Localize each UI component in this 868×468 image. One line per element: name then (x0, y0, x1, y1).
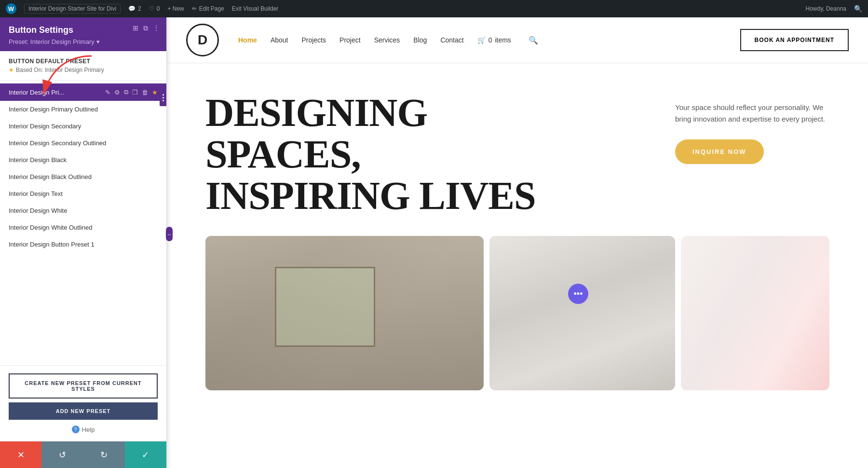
preset-item-label: Interior Design Black Outlined (9, 173, 158, 180)
help-link[interactable]: ? Help (9, 426, 158, 433)
hero-right: Your space should reflect your personali… (675, 92, 829, 217)
hero-description: Your space should reflect your personali… (675, 102, 829, 125)
header-actions: ⊞ ⧉ ⋮ (133, 24, 160, 32)
resize-handle[interactable]: ↔ (166, 227, 173, 241)
more-options-icon[interactable]: ⋮ (153, 24, 160, 32)
star-icon: ★ (9, 67, 14, 73)
cancel-icon: ✕ (17, 450, 25, 460)
preset-item-primary-outlined[interactable]: Interior Design Primary Outlined (0, 101, 166, 118)
cart-count: 0 (488, 36, 492, 44)
admin-bar-edit-page[interactable]: ✏ Edit Page (192, 5, 224, 12)
image-card-interior-1 (205, 236, 484, 390)
preset-item-white-outlined[interactable]: Interior Design White Outlined (0, 219, 166, 236)
sidebar-header: Button Settings Preset: Interior Design … (0, 17, 166, 51)
howdy-label: Howdy, Deanna (806, 5, 847, 12)
preset-edit-icon[interactable]: ✎ (105, 89, 110, 96)
preset-copy-icon[interactable]: ❐ (132, 89, 138, 96)
viewport-icon[interactable]: ⊞ (133, 24, 138, 32)
nav-link-blog[interactable]: Blog (413, 36, 427, 44)
floating-dots-icon: ••• (574, 289, 583, 299)
create-preset-button[interactable]: CREATE NEW PRESET FROM CURRENT STYLES (9, 373, 158, 399)
site-nav: D Home About Projects Project Services B… (167, 17, 868, 63)
book-appointment-button[interactable]: BOOK AN APPOINTMENT (740, 29, 849, 51)
admin-bar-exit-builder[interactable]: Exit Visual Builder (232, 5, 279, 12)
cart-items-label: items (495, 36, 511, 44)
nav-links: Home About Projects Project Services Blo… (238, 36, 726, 45)
nav-link-projects[interactable]: Projects (302, 36, 326, 44)
new-label: + New (167, 5, 184, 12)
preset-item-button-preset-1[interactable]: Interior Design Button Preset 1 (0, 236, 166, 253)
preset-item-label: Interior Design Pri... (9, 89, 105, 96)
admin-bar-new[interactable]: + New (167, 5, 184, 12)
preset-item-white[interactable]: Interior Design White (0, 202, 166, 219)
preset-item-black-outlined[interactable]: Interior Design Black Outlined (0, 168, 166, 185)
admin-bar: W Interior Design Starter Site for Divi … (0, 0, 868, 17)
preset-dropdown-icon: ▾ (96, 38, 100, 45)
admin-bar-comments[interactable]: 💬 2 (128, 5, 141, 12)
site-logo: D (186, 24, 219, 56)
preset-item-text[interactable]: Interior Design Text (0, 185, 166, 202)
panel-more-dots[interactable] (160, 89, 166, 106)
main-layout: Button Settings Preset: Interior Design … (0, 17, 868, 468)
interior-image-3 (681, 236, 829, 390)
nav-link-about[interactable]: About (271, 36, 288, 44)
exit-builder-label: Exit Visual Builder (232, 5, 279, 12)
nav-link-home[interactable]: Home (238, 36, 257, 44)
nav-link-contact[interactable]: Contact (440, 36, 463, 44)
image-grid (167, 236, 868, 390)
image-card-interior-2 (489, 236, 675, 390)
button-settings-panel: Button Settings Preset: Interior Design … (0, 17, 167, 468)
image-card-interior-3 (681, 236, 829, 390)
hero-title: DESIGNING SPACES, INSPIRING LIVES (205, 92, 675, 217)
nav-cart[interactable]: 🛒 0 items (477, 36, 511, 44)
sidebar-footer: CREATE NEW PRESET FROM CURRENT STYLES AD… (0, 365, 166, 441)
preset-selector[interactable]: Preset: Interior Design Primary ▾ (9, 38, 158, 45)
preset-based-on: ★ Based On: Interior Design Primary (9, 67, 158, 73)
nav-link-services[interactable]: Services (374, 36, 400, 44)
redo-button[interactable]: ↻ (83, 441, 125, 468)
undo-button[interactable]: ↺ (41, 441, 83, 468)
bottom-action-bar: ✕ ↺ ↻ ✓ (0, 441, 166, 468)
preset-export-icon[interactable]: ⧉ (124, 88, 128, 96)
preset-item-primary[interactable]: Interior Design Pri... ✎ ⚙ ⧉ ❐ 🗑 ★ (0, 83, 166, 101)
nav-search-icon[interactable]: 🔍 (529, 36, 538, 45)
like-icon: ♡ (149, 5, 154, 12)
redo-icon: ↻ (100, 450, 108, 460)
preset-item-label: Interior Design Button Preset 1 (9, 241, 158, 248)
interior-image-2 (489, 236, 675, 390)
help-icon: ? (72, 426, 80, 433)
hero-left: DESIGNING SPACES, INSPIRING LIVES (205, 92, 675, 217)
confirm-button[interactable]: ✓ (125, 441, 166, 468)
preset-settings-icon[interactable]: ⚙ (114, 89, 120, 96)
comment-icon: 💬 (128, 5, 136, 12)
floating-action-button[interactable]: ••• (568, 284, 588, 304)
admin-bar-right: Howdy, Deanna 🔍 (806, 5, 863, 13)
hero-title-line3: INSPIRING LIVES (205, 175, 675, 217)
preset-item-label: Interior Design Primary Outlined (9, 106, 158, 113)
default-preset-label: Button Default Preset (9, 58, 158, 65)
cancel-button[interactable]: ✕ (0, 441, 41, 468)
site-content: DESIGNING SPACES, INSPIRING LIVES Your s… (167, 63, 868, 468)
resize-icon: ↔ (167, 232, 172, 237)
nav-link-project[interactable]: Project (339, 36, 361, 44)
confirm-icon: ✓ (142, 450, 149, 460)
expand-icon[interactable]: ⧉ (143, 24, 148, 32)
preset-item-black[interactable]: Interior Design Black (0, 151, 166, 168)
hero-title-line1: DESIGNING (205, 92, 675, 134)
preset-delete-icon[interactable]: 🗑 (142, 89, 148, 96)
like-count: 0 (157, 5, 160, 12)
preset-item-label: Interior Design Secondary (9, 123, 158, 130)
admin-bar-likes[interactable]: ♡ 0 (149, 5, 160, 12)
admin-search-icon[interactable]: 🔍 (854, 5, 862, 13)
based-on-label: Based On: Interior Design Primary (16, 67, 104, 73)
interior-image-1 (205, 236, 484, 390)
inquire-now-button[interactable]: INQUIRE NOW (675, 139, 764, 164)
admin-bar-site[interactable]: Interior Design Starter Site for Divi (24, 4, 121, 14)
wp-logo[interactable]: W (6, 3, 16, 14)
preset-item-secondary[interactable]: Interior Design Secondary (0, 118, 166, 135)
preset-item-secondary-outlined[interactable]: Interior Design Secondary Outlined (0, 135, 166, 151)
add-preset-button[interactable]: ADD NEW PRESET (9, 402, 158, 420)
preset-star-icon[interactable]: ★ (152, 89, 158, 96)
default-preset-section: Button Default Preset ★ Based On: Interi… (0, 51, 166, 81)
admin-bar-site-name[interactable]: Interior Design Starter Site for Divi (24, 4, 121, 14)
